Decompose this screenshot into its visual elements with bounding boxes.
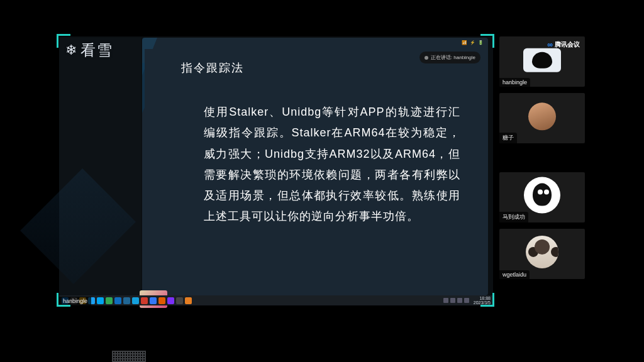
taskbar-app-icon[interactable] bbox=[114, 297, 121, 304]
participants-column: ∞ 腾讯会议 hanbingle 糖子 马到成功 wgetlaidu bbox=[499, 36, 585, 279]
presentation-slide: 指令跟踪法 使用Stalker、Unidbg等针对APP的轨迹进行汇编级指令跟踪… bbox=[145, 49, 486, 293]
participant-tile[interactable]: 马到成功 bbox=[499, 172, 585, 222]
app-name: 腾讯会议 bbox=[555, 40, 580, 49]
video-stage: 📶 ⚡ 🔋 指令跟踪法 使用Stalker、Unidbg等针对APP的轨迹进行汇… bbox=[0, 0, 644, 362]
participant-tile[interactable]: wgetlaidu bbox=[499, 229, 585, 279]
mic-icon bbox=[425, 56, 428, 60]
taskbar-app-icon[interactable] bbox=[158, 297, 165, 304]
participant-tile[interactable]: ∞ 腾讯会议 hanbingle bbox=[499, 36, 585, 87]
corner-accent bbox=[480, 293, 494, 307]
avatar bbox=[523, 48, 561, 72]
left-column-deco bbox=[59, 38, 141, 295]
taskbar-app-icon[interactable] bbox=[176, 297, 183, 304]
taskbar-app-icon[interactable] bbox=[123, 297, 130, 304]
phone-status-bar: 📶 ⚡ 🔋 bbox=[142, 38, 488, 47]
taskbar-app-icon[interactable] bbox=[132, 297, 139, 304]
taskbar-app-icon[interactable] bbox=[167, 297, 174, 304]
qr-code-watermark bbox=[112, 351, 146, 362]
snowflake-icon: ❄ bbox=[65, 42, 78, 58]
avatar bbox=[524, 177, 560, 214]
speaking-indicator: 正在讲话: hanbingle bbox=[419, 52, 480, 63]
taskbar-app-icon[interactable] bbox=[141, 297, 148, 304]
participant-name: hanbingle bbox=[499, 78, 530, 87]
system-tray[interactable] bbox=[443, 298, 469, 303]
phone-mirror: 📶 ⚡ 🔋 指令跟踪法 使用Stalker、Unidbg等针对APP的轨迹进行汇… bbox=[142, 38, 488, 295]
watermark-text: 看雪 bbox=[80, 40, 113, 60]
participant-name: wgetlaidu bbox=[499, 270, 530, 279]
participant-name: 糖子 bbox=[499, 133, 517, 143]
shared-screen: 📶 ⚡ 🔋 指令跟踪法 使用Stalker、Unidbg等针对APP的轨迹进行汇… bbox=[59, 36, 493, 305]
corner-accent bbox=[480, 34, 494, 48]
taskbar-app-icon[interactable] bbox=[106, 297, 113, 304]
taskbar-app-icon[interactable] bbox=[185, 297, 192, 304]
avatar bbox=[526, 236, 558, 268]
taskbar-app-icon[interactable] bbox=[97, 297, 104, 304]
avatar bbox=[528, 102, 556, 130]
slide-body: 使用Stalker、Unidbg等针对APP的轨迹进行汇编级指令跟踪。Stalk… bbox=[145, 75, 486, 228]
windows-taskbar[interactable]: 18:88 2023/3/5 bbox=[59, 295, 493, 305]
corner-accent bbox=[57, 293, 70, 307]
taskbar-app-icon[interactable] bbox=[150, 297, 157, 304]
site-watermark: ❄ 看雪 bbox=[65, 40, 113, 60]
participant-tile[interactable]: 糖子 bbox=[499, 93, 585, 143]
participant-name: 马到成功 bbox=[499, 212, 528, 222]
speaking-text: 正在讲话: hanbingle bbox=[431, 54, 475, 61]
